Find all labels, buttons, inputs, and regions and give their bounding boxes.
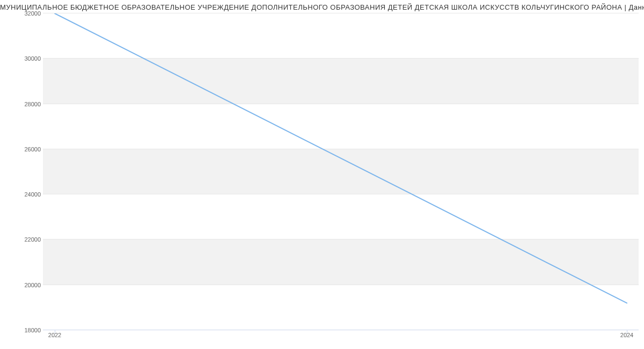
plot-area	[43, 13, 639, 330]
y-tick-label: 30000	[24, 55, 41, 62]
y-tick-label: 22000	[24, 236, 41, 243]
x-tick-label: 2024	[620, 332, 633, 338]
x-tick-label: 2022	[48, 332, 61, 338]
grid-line	[43, 104, 639, 104]
grid-band	[43, 149, 639, 194]
y-tick-label: 26000	[24, 146, 41, 152]
grid-band	[43, 59, 639, 104]
grid-line	[43, 239, 639, 239]
y-tick-label: 28000	[24, 101, 41, 107]
grid-line	[43, 285, 639, 285]
chart-container: МУНИЦИПАЛЬНОЕ БЮДЖЕТНОЕ ОБРАЗОВАТЕЛЬНОЕ …	[0, 0, 644, 349]
grid-line	[43, 13, 639, 13]
grid-band	[43, 239, 639, 285]
y-tick-label: 20000	[24, 282, 41, 288]
y-tick-label: 24000	[24, 191, 41, 198]
x-axis-line	[43, 330, 639, 330]
chart-title: МУНИЦИПАЛЬНОЕ БЮДЖЕТНОЕ ОБРАЗОВАТЕЛЬНОЕ …	[0, 0, 644, 13]
grid-line	[43, 149, 639, 149]
grid-line	[43, 58, 639, 59]
y-tick-label: 18000	[24, 327, 41, 333]
y-tick-label: 32000	[24, 10, 41, 17]
grid-line	[43, 194, 639, 194]
